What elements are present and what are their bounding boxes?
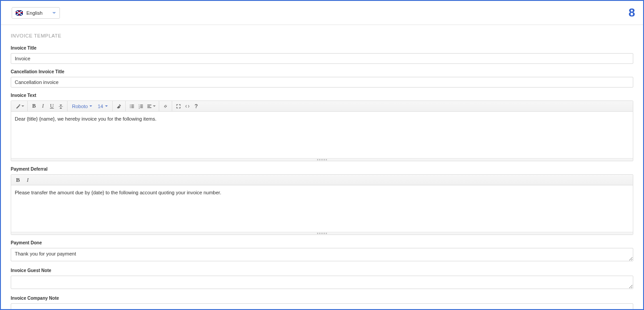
italic-button[interactable]: I bbox=[38, 102, 47, 111]
underline-button[interactable]: U bbox=[47, 102, 56, 111]
label-payment-done: Payment Done bbox=[11, 240, 633, 245]
uk-flag-icon bbox=[16, 10, 23, 16]
editor-toolbar-mini: B I bbox=[11, 175, 633, 185]
editor-body-payment-deferral[interactable]: Please transfer the amount due by {date}… bbox=[11, 185, 633, 232]
input-invoice-title[interactable] bbox=[11, 53, 633, 64]
textarea-payment-done[interactable] bbox=[11, 248, 633, 261]
align-icon bbox=[147, 104, 152, 109]
font-size-label: 14 bbox=[97, 104, 103, 109]
magic-wand-icon bbox=[15, 104, 21, 109]
strikethrough-button[interactable] bbox=[56, 102, 65, 111]
label-cancellation-title: Cancellation Invoice Title bbox=[11, 69, 633, 74]
unordered-list-button[interactable] bbox=[127, 102, 136, 111]
editor-invoice-text: B I U Roboto 14 bbox=[11, 101, 633, 161]
field-invoice-title: Invoice Title bbox=[11, 46, 633, 64]
app-frame: English 8 INVOICE TEMPLATE Invoice Title… bbox=[0, 0, 644, 310]
expand-icon bbox=[176, 104, 181, 109]
field-payment-deferral: Payment Deferral B I Please transfer the… bbox=[11, 167, 633, 235]
field-invoice-guest-note: Invoice Guest Note bbox=[11, 268, 633, 290]
help-button[interactable]: ? bbox=[192, 102, 201, 111]
code-icon bbox=[185, 104, 190, 109]
align-button[interactable] bbox=[145, 102, 157, 111]
link-icon bbox=[163, 104, 168, 109]
editor-payment-deferral: B I Please transfer the amount due by {d… bbox=[11, 174, 633, 235]
eraser-icon bbox=[116, 104, 122, 109]
label-invoice-text: Invoice Text bbox=[11, 93, 633, 98]
field-cancellation-title: Cancellation Invoice Title bbox=[11, 69, 633, 88]
content-area: INVOICE TEMPLATE Invoice Title Cancellat… bbox=[1, 25, 643, 310]
font-size-select[interactable]: 14 bbox=[95, 102, 110, 111]
field-payment-done: Payment Done bbox=[11, 240, 633, 263]
brand-logo: 8 bbox=[629, 6, 635, 20]
editor-body-invoice-text[interactable]: Dear {title} {name}, we hereby invoice y… bbox=[11, 112, 633, 158]
ordered-list-icon bbox=[138, 104, 144, 109]
editor-resize-handle[interactable] bbox=[11, 232, 633, 235]
link-button[interactable] bbox=[161, 102, 170, 111]
textarea-invoice-guest-note[interactable] bbox=[11, 276, 633, 289]
label-payment-deferral: Payment Deferral bbox=[11, 167, 633, 172]
bold-button[interactable]: B bbox=[30, 102, 38, 111]
label-invoice-title: Invoice Title bbox=[11, 46, 633, 50]
chevron-down-icon bbox=[52, 12, 56, 14]
input-cancellation-title[interactable] bbox=[11, 77, 633, 88]
label-invoice-company-note: Invoice Company Note bbox=[11, 296, 633, 301]
editor-toolbar: B I U Roboto 14 bbox=[11, 101, 633, 112]
textarea-invoice-company-note[interactable] bbox=[11, 303, 633, 310]
language-label: English bbox=[26, 10, 52, 16]
section-title: INVOICE TEMPLATE bbox=[11, 33, 633, 38]
label-invoice-guest-note: Invoice Guest Note bbox=[11, 268, 633, 273]
italic-button[interactable]: I bbox=[23, 176, 33, 184]
clear-formatting-button[interactable] bbox=[114, 102, 123, 111]
top-bar: English 8 bbox=[1, 1, 643, 25]
language-selector[interactable]: English bbox=[12, 7, 60, 19]
field-invoice-text: Invoice Text B I U bbox=[11, 93, 633, 161]
field-invoice-company-note: Invoice Company Note bbox=[11, 296, 633, 310]
bold-button[interactable]: B bbox=[13, 176, 23, 184]
help-icon: ? bbox=[195, 103, 198, 109]
unordered-list-icon bbox=[129, 104, 135, 109]
ordered-list-button[interactable] bbox=[136, 102, 145, 111]
editor-resize-handle[interactable] bbox=[11, 158, 633, 161]
strikethrough-icon bbox=[58, 104, 64, 109]
magic-wand-button[interactable] bbox=[14, 102, 25, 111]
font-family-select[interactable]: Roboto bbox=[69, 102, 95, 111]
fullscreen-button[interactable] bbox=[174, 102, 183, 111]
code-view-button[interactable] bbox=[183, 102, 192, 111]
font-family-label: Roboto bbox=[72, 104, 88, 109]
